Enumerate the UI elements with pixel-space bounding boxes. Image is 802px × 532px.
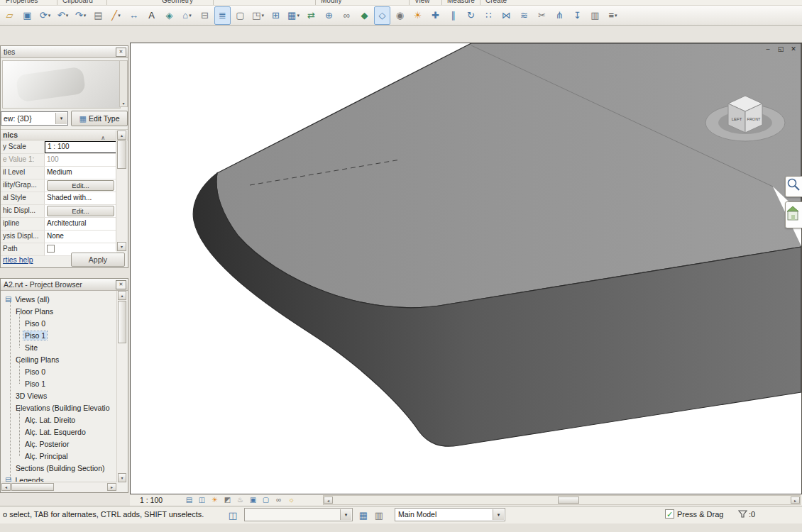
property-value-text[interactable]: Medium bbox=[47, 168, 72, 176]
qat-sun-settings-icon[interactable]: ☀ bbox=[410, 6, 426, 25]
scroll-up-icon[interactable]: ▴ bbox=[118, 291, 126, 300]
tree-item-al-lat-esquerdo[interactable]: Alç. Lat. Esquerdo bbox=[23, 426, 87, 438]
qat-undo-icon[interactable]: ↶▾ bbox=[55, 6, 71, 25]
qat-mirror-icon[interactable]: ⋈ bbox=[498, 6, 515, 25]
qat-print-icon[interactable]: ▤ bbox=[90, 6, 106, 25]
tree-item-elevations-building-elevatio[interactable]: Elevations (Building Elevatio bbox=[14, 401, 111, 414]
tree-item-sections-building-section[interactable]: Sections (Building Section) bbox=[14, 462, 106, 474]
property-value-text[interactable]: Architectural bbox=[47, 219, 87, 227]
scrollbar-thumb[interactable] bbox=[11, 483, 54, 491]
qat-trim-icon[interactable]: ✂ bbox=[534, 6, 550, 25]
restore-button[interactable]: ◱ bbox=[776, 45, 786, 53]
qat-transfer-standards-icon[interactable]: ⇄ bbox=[303, 6, 319, 25]
press-drag-checkbox[interactable]: ✓ bbox=[665, 509, 674, 519]
tree-item-piso-1[interactable]: Piso 1 bbox=[23, 377, 47, 389]
tree-item-site[interactable]: Site bbox=[23, 341, 39, 353]
tree-item-piso-1[interactable]: Piso 1 bbox=[23, 329, 47, 341]
qat-section-icon[interactable]: ⊟ bbox=[197, 6, 213, 25]
tree-item-al-lat-direito[interactable]: Alç. Lat. Direito bbox=[23, 414, 77, 426]
tree-item-floor-plans[interactable]: Floor Plans bbox=[14, 305, 55, 317]
scroll-down-icon[interactable]: ▾ bbox=[118, 473, 126, 482]
scroll-down-icon[interactable]: ▾ bbox=[117, 242, 126, 251]
qat-close-hidden-windows-icon[interactable]: ▢ bbox=[232, 6, 248, 25]
preview-scrollbar[interactable]: ▾ bbox=[119, 60, 128, 107]
active-model-dropdown[interactable]: Main Model ▾ bbox=[395, 508, 505, 521]
scroll-right-icon[interactable]: ▸ bbox=[107, 483, 116, 491]
property-value-text[interactable]: Shaded with... bbox=[47, 194, 92, 201]
tree-item-ceiling-plans[interactable]: Ceiling Plans bbox=[14, 353, 60, 365]
qat-move-icon[interactable]: ✚ bbox=[427, 6, 444, 25]
qat-sync-icon[interactable]: ⟳▾ bbox=[37, 6, 53, 25]
qat-camera-icon[interactable]: ◉ bbox=[392, 6, 408, 25]
tree-item-views-all[interactable]: ▤Views (all) bbox=[5, 293, 51, 305]
edit-type-button[interactable]: ▦ Edit Type bbox=[71, 111, 128, 126]
view-scale-input[interactable]: 1 : 100 bbox=[45, 141, 116, 153]
reveal-hidden-elements-icon[interactable]: ☼ bbox=[286, 495, 297, 504]
qat-redo-icon[interactable]: ↷▾ bbox=[72, 6, 89, 25]
worksets-icon[interactable]: ◫ bbox=[226, 509, 240, 522]
property-value-text[interactable]: 100 bbox=[47, 155, 59, 163]
rendering-dialog-icon[interactable]: ♨ bbox=[235, 495, 246, 504]
qat-save-icon[interactable]: ▣ bbox=[19, 6, 35, 25]
drawing-area[interactable]: LEFT FRONT –◱✕ bbox=[130, 43, 802, 494]
crop-view-icon[interactable]: ▣ bbox=[248, 495, 258, 504]
scroll-left-icon[interactable]: ◂ bbox=[324, 497, 333, 504]
sun-path-checkbox[interactable] bbox=[47, 245, 55, 253]
close-button[interactable]: ✕ bbox=[789, 45, 798, 53]
type-selector[interactable]: ew: {3D} ▾ bbox=[1, 111, 68, 126]
qat-pin-icon[interactable]: ↧ bbox=[569, 6, 586, 25]
qat-default-3d-view-icon[interactable]: ⌂▾ bbox=[179, 6, 195, 25]
qat-user-interface-icon[interactable]: ≡▾ bbox=[605, 6, 621, 25]
qat-paste-icon[interactable]: ▦▾ bbox=[285, 6, 302, 25]
selection-filter[interactable]: :0 bbox=[738, 509, 755, 519]
tree-item-piso-0[interactable]: Piso 0 bbox=[23, 317, 47, 329]
tree-item-al-principal[interactable]: Alç. Principal bbox=[23, 450, 70, 462]
view-scale-indicator[interactable]: 1 : 100 bbox=[140, 496, 163, 504]
qat-tag-by-category-icon[interactable]: ◈ bbox=[161, 6, 177, 25]
qat-component-icon[interactable]: ◆ bbox=[356, 6, 373, 25]
close-icon[interactable]: ✕ bbox=[116, 48, 126, 57]
qat-switch-windows-icon[interactable]: ◳▾ bbox=[250, 6, 266, 25]
chevron-down-icon[interactable]: ▾ bbox=[120, 101, 127, 106]
scroll-up-icon[interactable]: ▴ bbox=[117, 131, 126, 140]
sun-path-icon[interactable]: ☀ bbox=[209, 495, 220, 504]
qat-view-cube-toggle-icon[interactable]: ◇ bbox=[374, 6, 390, 25]
edit-button[interactable]: Edit... bbox=[47, 206, 114, 216]
scroll-left-icon[interactable]: ◂ bbox=[1, 483, 11, 491]
3d-scene[interactable]: LEFT FRONT bbox=[131, 43, 801, 494]
qat-aligned-dimension-icon[interactable]: ↔ bbox=[126, 6, 142, 25]
graphics-group-header[interactable]: nics ∧ bbox=[1, 129, 128, 140]
scrollbar-thumb[interactable] bbox=[118, 301, 126, 343]
design-options-dropdown[interactable]: ▾ bbox=[244, 508, 353, 521]
tree-item-3d-views[interactable]: 3D Views bbox=[14, 389, 48, 401]
viewport-horizontal-scrollbar[interactable]: ◂ ▸ bbox=[323, 495, 801, 505]
scroll-right-icon[interactable]: ▸ bbox=[791, 497, 800, 504]
qat-array-icon[interactable]: ∷ bbox=[480, 6, 497, 25]
detail-level-icon[interactable]: ▤ bbox=[184, 495, 194, 504]
browser-vertical-scrollbar[interactable]: ▴ ▾ bbox=[116, 291, 127, 482]
qat-split-icon[interactable]: ⋔ bbox=[551, 6, 568, 25]
tree-item-piso-0[interactable]: Piso 0 bbox=[23, 365, 47, 377]
chevron-down-icon[interactable]: ▾ bbox=[340, 509, 351, 520]
exclude-options-icon[interactable]: ▥ bbox=[372, 509, 386, 522]
minimize-button[interactable]: – bbox=[763, 45, 773, 53]
chevron-down-icon[interactable]: ▾ bbox=[493, 509, 504, 520]
properties-scrollbar[interactable]: ▴ ▾ bbox=[116, 131, 127, 251]
qat-align-icon[interactable]: ∥ bbox=[445, 6, 461, 25]
property-value-text[interactable]: None bbox=[47, 232, 64, 240]
tree-item-al-posterior[interactable]: Alç. Posterior bbox=[23, 438, 70, 450]
qat-text-icon[interactable]: A bbox=[143, 6, 160, 25]
qat-thin-lines-icon[interactable]: ≣ bbox=[214, 6, 231, 25]
temporary-hide-isolate-icon[interactable]: ∞ bbox=[273, 495, 284, 504]
qat-measure-icon[interactable]: ╱▾ bbox=[108, 6, 124, 25]
chevron-down-icon[interactable]: ▾ bbox=[55, 113, 67, 124]
browser-horizontal-scrollbar[interactable]: ◂ ▸ bbox=[1, 482, 116, 492]
scrollbar-thumb[interactable] bbox=[558, 497, 579, 504]
qat-copy-to-clipboard-icon[interactable]: ⊞ bbox=[268, 6, 284, 25]
qat-tile-windows-icon[interactable]: ▥ bbox=[587, 6, 603, 25]
close-icon[interactable]: ✕ bbox=[116, 280, 126, 289]
steering-wheel-button[interactable] bbox=[785, 201, 802, 228]
edit-button[interactable]: Edit... bbox=[47, 180, 114, 191]
properties-help-link[interactable]: rties help bbox=[3, 255, 33, 264]
scrollbar-thumb[interactable] bbox=[117, 140, 126, 169]
